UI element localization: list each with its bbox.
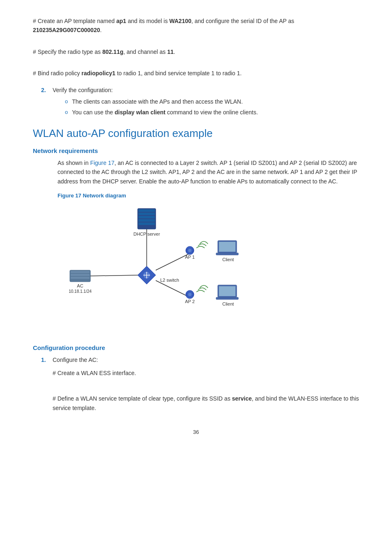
client1-label: Client: [222, 257, 234, 262]
para3-bold: radiopolicy1: [81, 70, 115, 76]
network-req-prefix: As shown in: [58, 160, 90, 166]
para2-prefix: # Specify the radio type as: [33, 49, 102, 55]
svg-rect-19: [216, 253, 238, 255]
network-diagram-figure: DHCP server L2 switch: [58, 204, 359, 332]
config-proc-heading: Configuration procedure: [33, 344, 359, 351]
para2-end: .: [173, 49, 175, 55]
client1-icon: [216, 241, 238, 255]
svg-rect-12: [71, 271, 90, 273]
config-steps: 1. Configure the AC: # Create a WLAN ESS…: [41, 355, 359, 413]
ap1-label: AP 1: [185, 255, 195, 260]
client2-label: Client: [222, 301, 234, 306]
svg-rect-14: [71, 277, 90, 279]
verify-content: Verify the configuration: The clients ca…: [53, 86, 258, 119]
para2: # Specify the radio type as 802.11g, and…: [33, 47, 359, 56]
page-number: 36: [33, 429, 359, 435]
ap2-icon: [186, 290, 194, 299]
svg-rect-13: [71, 274, 90, 276]
verify-label: Verify the configuration:: [53, 87, 113, 93]
step1-sub2-prefix: # Define a WLAN service template of clea…: [53, 395, 232, 402]
svg-rect-2: [138, 213, 155, 215]
svg-rect-25: [216, 297, 238, 299]
config-step1: 1. Configure the AC: # Create a WLAN ESS…: [41, 355, 359, 413]
para2-bold1: 802.11g: [102, 49, 123, 55]
ac-label: AC: [77, 283, 83, 288]
network-req-desc: As shown in Figure 17, an AC is connecte…: [58, 158, 359, 332]
para3: # Bind radio policy radiopolicy1 to radi…: [33, 69, 359, 78]
network-requirements-section: Network requirements As shown in Figure …: [33, 147, 359, 332]
switch-ap1-line: [156, 254, 189, 270]
ac-icon: [70, 270, 90, 282]
l2-switch-icon: [138, 266, 156, 284]
para2-bold2: 11: [167, 49, 174, 55]
svg-rect-24: [219, 286, 235, 296]
verify-section: 2. Verify the configuration: The clients…: [41, 86, 359, 119]
verify-item: 2. Verify the configuration: The clients…: [41, 86, 359, 119]
para1-end: .: [100, 27, 101, 33]
bullet1-text: The clients can associate with the APs a…: [72, 97, 243, 106]
svg-rect-4: [138, 219, 155, 222]
ac-ip: 10.18.1.1/24: [69, 289, 92, 294]
para1-bold3: 210235A29G007C000020: [33, 27, 100, 33]
page: # Create an AP template named ap1 and it…: [0, 0, 392, 533]
network-req-heading: Network requirements: [33, 147, 359, 154]
section-title: WLAN auto-AP configuration example: [33, 127, 359, 140]
svg-point-16: [188, 249, 191, 252]
para3-prefix: # Bind radio policy: [33, 70, 81, 76]
l2-switch-label: L2 switch: [160, 278, 179, 283]
switch-ap2-line: [156, 280, 189, 297]
para1-bold1: ap1: [116, 18, 126, 24]
svg-rect-18: [219, 242, 235, 252]
step1-sub1-text: # Create a WLAN ESS interface.: [53, 370, 136, 376]
verify-bullets: The clients can associate with the APs a…: [65, 97, 258, 117]
bullet-item-2: You can use the display wlan client comm…: [65, 108, 258, 117]
step1-sub2: # Define a WLAN service template of clea…: [53, 394, 359, 412]
para1-mid2: , and configure the serial ID of the AP …: [191, 18, 294, 24]
ap1-icon: [186, 246, 194, 255]
step1-sub1: # Create a WLAN ESS interface.: [53, 368, 359, 378]
step1-label: Configure the AC:: [53, 357, 98, 363]
network-diagram-svg: DHCP server L2 switch: [58, 204, 271, 332]
svg-rect-5: [138, 222, 155, 225]
bullet-item-1: The clients can associate with the APs a…: [65, 97, 258, 106]
figure17-link[interactable]: Figure 17: [90, 160, 114, 166]
step1-sub2-bold: service: [232, 395, 252, 402]
svg-point-22: [188, 293, 191, 296]
bullet2-text: You can use the display wlan client comm…: [72, 108, 258, 117]
step1-content: Configure the AC: # Create a WLAN ESS in…: [53, 355, 359, 413]
step1-number: 1.: [41, 355, 53, 413]
step-number: 2.: [41, 86, 53, 119]
svg-rect-3: [138, 216, 155, 218]
para1-bold2: WA2100: [169, 18, 191, 24]
ac-switch-line: [90, 275, 138, 276]
svg-rect-1: [138, 209, 155, 212]
client2-icon: [216, 285, 238, 299]
para3-end: to radio 1, and bind service template 1 …: [115, 70, 242, 76]
para1-prefix: # Create an AP template named: [33, 18, 116, 24]
para1: # Create an AP template named ap1 and it…: [33, 16, 359, 35]
config-procedure-section: Configuration procedure 1. Configure the…: [33, 344, 359, 413]
figure-label: Figure 17 Network diagram: [58, 192, 359, 200]
para1-mid1: and its model is: [126, 18, 169, 24]
intro-block: # Create an AP template named ap1 and it…: [33, 16, 359, 78]
ap2-label: AP 2: [185, 299, 195, 304]
para2-mid: , and channel as: [123, 49, 167, 55]
